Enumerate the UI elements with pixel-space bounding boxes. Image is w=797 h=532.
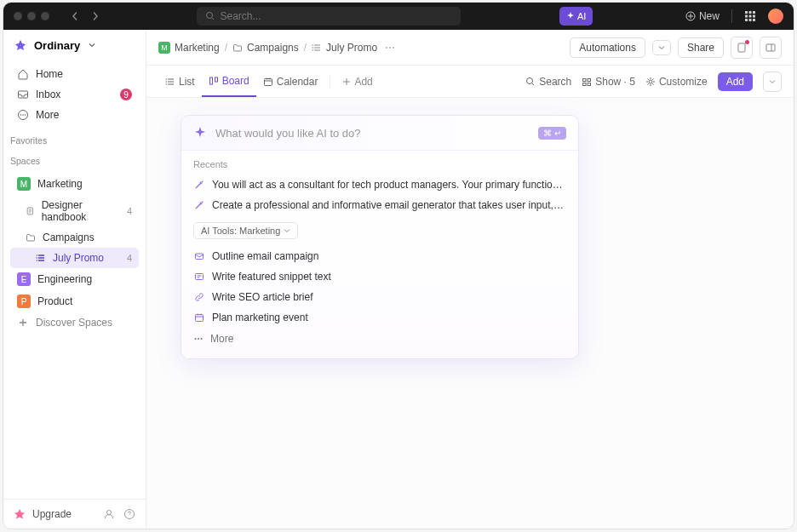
svg-rect-2 xyxy=(745,11,748,14)
svg-point-24 xyxy=(312,49,313,50)
svg-rect-10 xyxy=(753,19,755,21)
sidebar-item-july-promo[interactable]: July Promo 4 xyxy=(10,248,139,268)
svg-point-49 xyxy=(201,338,203,340)
sidebar-item-campaigns[interactable]: Campaigns xyxy=(10,227,139,248)
svg-rect-44 xyxy=(196,254,204,260)
automations-dropdown[interactable] xyxy=(652,40,671,55)
share-button[interactable]: Share xyxy=(678,37,724,58)
view-tab-board[interactable]: Board xyxy=(202,66,256,97)
ai-prompt-input[interactable]: What would you like AI to do? xyxy=(215,127,538,140)
nav-arrows xyxy=(66,8,104,25)
sidebar-item-home[interactable]: Home xyxy=(10,64,139,84)
svg-rect-39 xyxy=(583,83,587,85)
ai-more-button[interactable]: More xyxy=(181,328,578,350)
svg-point-14 xyxy=(22,114,24,116)
svg-rect-5 xyxy=(745,15,748,18)
ai-input-row[interactable]: What would you like AI to do? ⌘ ↵ xyxy=(181,116,578,151)
apps-icon[interactable] xyxy=(744,10,756,22)
customize-button[interactable]: Customize xyxy=(645,76,708,88)
svg-point-17 xyxy=(37,255,37,255)
ai-tool-snippet[interactable]: Write featured snippet text xyxy=(181,266,578,287)
add-more-button[interactable] xyxy=(763,72,782,92)
svg-point-0 xyxy=(206,13,212,19)
link-icon xyxy=(193,292,205,302)
list-icon xyxy=(36,253,46,263)
minimize-window[interactable] xyxy=(27,12,36,20)
recents-label: Recents xyxy=(181,151,578,174)
crumb-list[interactable]: July Promo xyxy=(312,42,377,54)
panel-button[interactable] xyxy=(760,37,782,59)
plus-icon xyxy=(342,77,351,86)
svg-point-36 xyxy=(527,77,533,83)
search-button[interactable]: Search xyxy=(525,76,571,88)
more-icon[interactable] xyxy=(384,42,396,54)
calendar-icon xyxy=(193,312,205,323)
sidebar-space-product[interactable]: P Product xyxy=(10,290,139,312)
board-canvas: What would you like AI to do? ⌘ ↵ Recent… xyxy=(146,98,794,529)
calendar-icon xyxy=(263,77,273,87)
sidebar-space-marketing[interactable]: M Marketing xyxy=(10,173,139,195)
ai-tool-seo[interactable]: Write SEO article brief xyxy=(181,287,578,307)
spaces-label[interactable]: Spaces xyxy=(3,149,146,169)
ai-tool-outline-email[interactable]: Outline email campaign xyxy=(181,246,578,266)
add-button[interactable]: Add xyxy=(718,72,753,91)
svg-point-19 xyxy=(37,260,37,260)
view-tab-calendar[interactable]: Calendar xyxy=(256,66,325,97)
svg-rect-33 xyxy=(209,77,212,84)
automations-button[interactable]: Automations xyxy=(570,37,645,58)
view-tab-list[interactable]: List xyxy=(158,66,202,97)
svg-point-13 xyxy=(20,114,22,116)
list-icon xyxy=(312,43,322,53)
avatar[interactable] xyxy=(768,9,783,24)
svg-rect-7 xyxy=(753,15,755,18)
svg-point-26 xyxy=(389,47,391,49)
nav-forward[interactable] xyxy=(87,8,104,25)
ai-button[interactable]: AI xyxy=(559,7,593,26)
crumb-folder[interactable]: Campaigns xyxy=(232,42,299,54)
notification-button[interactable] xyxy=(731,37,753,59)
ai-panel: What would you like AI to do? ⌘ ↵ Recent… xyxy=(181,115,579,359)
workspace-selector[interactable]: Ordinary xyxy=(3,30,146,60)
search-input[interactable]: Search... xyxy=(197,7,461,26)
crumb-space[interactable]: M Marketing xyxy=(158,42,220,54)
svg-point-32 xyxy=(166,83,167,84)
svg-rect-28 xyxy=(738,43,745,52)
svg-rect-38 xyxy=(588,78,591,81)
svg-point-31 xyxy=(166,81,167,82)
sidebar-discover-spaces[interactable]: Discover Spaces xyxy=(10,312,139,333)
svg-rect-34 xyxy=(215,77,217,82)
favorites-label[interactable]: Favorites xyxy=(3,129,146,149)
svg-point-42 xyxy=(202,181,204,183)
notification-dot xyxy=(745,40,749,44)
sidebar-space-engineering[interactable]: E Engineering xyxy=(10,268,139,290)
new-button[interactable]: New xyxy=(685,10,720,22)
space-icon: P xyxy=(17,295,31,308)
app-window: Search... AI New Ordinary xyxy=(3,2,794,529)
views-bar: List Board Calendar Add xyxy=(146,66,794,98)
help-icon[interactable] xyxy=(123,508,135,520)
show-button[interactable]: Show · 5 xyxy=(582,76,635,88)
svg-point-15 xyxy=(25,114,26,116)
recent-item[interactable]: You will act as a consultant for tech pr… xyxy=(181,174,578,195)
list-icon xyxy=(165,77,175,87)
inbox-badge: 9 xyxy=(120,89,132,100)
ai-tools-selector[interactable]: AI Tools: Marketing xyxy=(193,222,298,239)
search-placeholder: Search... xyxy=(221,10,261,22)
sidebar-item-more[interactable]: More xyxy=(10,105,139,125)
user-icon[interactable] xyxy=(103,508,115,520)
logo-icon xyxy=(14,38,27,52)
nav-back[interactable] xyxy=(66,8,83,25)
add-view-button[interactable]: Add xyxy=(335,66,379,97)
ai-tool-plan-event[interactable]: Plan marketing event xyxy=(181,307,578,328)
recent-item[interactable]: Create a professional and informative em… xyxy=(181,195,578,215)
mail-icon xyxy=(193,251,205,261)
snippet-icon xyxy=(193,272,205,282)
svg-rect-6 xyxy=(748,15,751,18)
sidebar-item-inbox[interactable]: Inbox 9 xyxy=(10,84,139,105)
close-window[interactable] xyxy=(14,12,22,20)
maximize-window[interactable] xyxy=(41,12,49,20)
upgrade-link[interactable]: Upgrade xyxy=(32,508,72,520)
svg-point-22 xyxy=(312,44,313,45)
sidebar-item-designer-handbook[interactable]: Designer handbook 4 xyxy=(10,195,139,227)
svg-point-47 xyxy=(195,338,197,340)
